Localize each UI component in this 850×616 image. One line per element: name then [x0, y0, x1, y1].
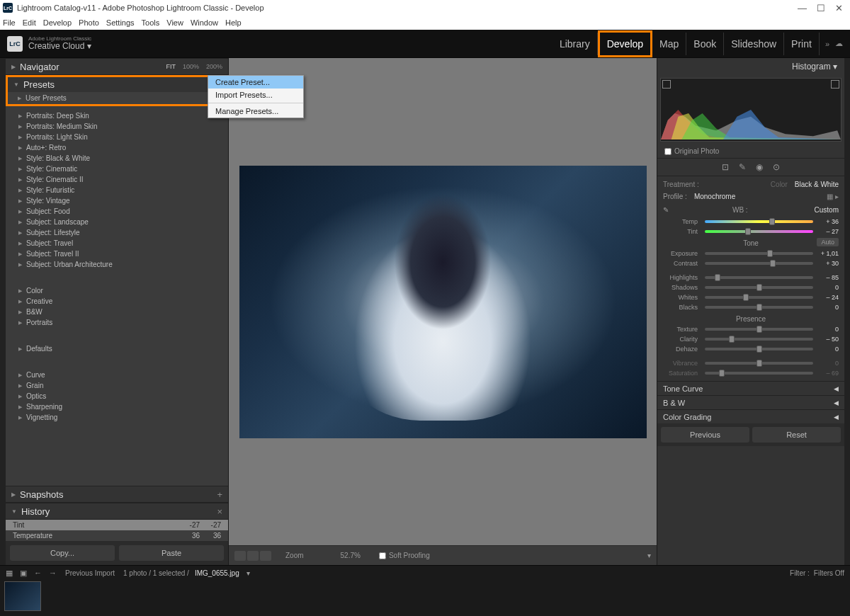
menu-import-presets[interactable]: Import Presets...: [208, 89, 303, 101]
module-book[interactable]: Book: [686, 33, 724, 55]
menu-tools[interactable]: Tools: [142, 18, 160, 27]
slider-vibrance[interactable]: Vibrance0: [663, 358, 839, 368]
menu-photo[interactable]: Photo: [79, 18, 99, 27]
preset-folder[interactable]: ▶Portraits: Light Skin: [6, 132, 228, 142]
module-library[interactable]: Library: [552, 33, 598, 55]
right-grip[interactable]: [844, 58, 850, 565]
filmstrip-thumbnail[interactable]: [4, 581, 41, 611]
preset-folder[interactable]: ▶Vignetting: [6, 412, 228, 423]
nav-forward-icon[interactable]: →: [49, 569, 57, 578]
preset-folder[interactable]: ▶Grain: [6, 380, 228, 391]
preset-folder[interactable]: ▶Subject: Travel: [6, 238, 228, 249]
history-header[interactable]: ▼ History ×: [6, 503, 228, 520]
slider-blacks[interactable]: Blacks0: [663, 302, 839, 312]
nav-fit[interactable]: FIT: [166, 63, 176, 70]
presets-list[interactable]: ▶Portraits: Deep Skin▶Portraits: Medium …: [6, 106, 228, 486]
toolbar-chevron-icon[interactable]: ▾: [647, 552, 651, 559]
photo-preview[interactable]: [239, 166, 647, 438]
copy-button[interactable]: Copy...: [10, 545, 115, 561]
menu-help[interactable]: Help: [225, 18, 242, 27]
slider-texture[interactable]: Texture0: [663, 324, 839, 334]
history-row[interactable]: Temperature3636: [6, 530, 228, 541]
bw-header[interactable]: B & W◀: [657, 395, 844, 409]
preset-folder[interactable]: ▶Portraits: Deep Skin: [6, 110, 228, 121]
source-label[interactable]: Previous Import: [65, 569, 115, 577]
navigator-header[interactable]: ▶ Navigator FIT 100% 200%: [6, 58, 228, 75]
paste-button[interactable]: Paste: [119, 545, 224, 561]
treatment-bw[interactable]: Black & White: [795, 181, 839, 188]
cloud-sync-icon[interactable]: ☁: [835, 39, 843, 48]
heal-tool-icon[interactable]: ✎: [739, 162, 746, 172]
preset-folder[interactable]: ▶Sharpening: [6, 401, 228, 412]
second-window-icon[interactable]: ▣: [20, 569, 27, 578]
menu-manage-presets[interactable]: Manage Presets...: [208, 105, 303, 118]
preset-folder[interactable]: ▶Subject: Travel II: [6, 249, 228, 259]
menu-develop[interactable]: Develop: [43, 18, 72, 27]
preset-folder[interactable]: ▶B&W: [6, 307, 228, 317]
preset-folder[interactable]: ▶Style: Cinematic II: [6, 174, 228, 185]
preset-folder[interactable]: ▶Defaults: [6, 343, 228, 354]
module-slideshow[interactable]: Slideshow: [724, 33, 784, 55]
preset-folder[interactable]: ▶Style: Black & White: [6, 153, 228, 164]
loupe-view-icon[interactable]: [234, 551, 246, 561]
preset-folder[interactable]: ▶Auto+: Retro: [6, 142, 228, 153]
more-modules-icon[interactable]: »: [825, 40, 829, 48]
soft-proofing-checkbox[interactable]: [379, 552, 386, 559]
mask-tool-icon[interactable]: ◉: [756, 162, 763, 172]
slider-clarity[interactable]: Clarity– 50: [663, 334, 839, 344]
redeye-tool-icon[interactable]: ⊙: [773, 162, 780, 172]
preset-folder[interactable]: ▶Style: Cinematic: [6, 164, 228, 174]
snapshots-header[interactable]: ▶ Snapshots +: [6, 486, 228, 503]
reference-view-icon[interactable]: [260, 551, 271, 561]
preset-folder[interactable]: ▶Portraits: [6, 317, 228, 328]
minimize-button[interactable]: —: [798, 3, 807, 13]
soft-proofing-toggle[interactable]: Soft Proofing: [379, 552, 430, 559]
breadcrumb-chevron-icon[interactable]: ▾: [246, 569, 250, 577]
preset-folder[interactable]: ▶Style: Vintage: [6, 195, 228, 206]
preset-folder[interactable]: ▶Subject: Landscape: [6, 217, 228, 227]
presets-header[interactable]: ▼ Presets +: [6, 75, 228, 92]
color-grading-header[interactable]: Color Grading◀: [657, 409, 844, 423]
preset-folder[interactable]: ▶Style: Futuristic: [6, 185, 228, 195]
auto-button[interactable]: Auto: [817, 238, 839, 246]
slider-exposure[interactable]: Exposure+ 1,01: [663, 249, 839, 258]
slider-dehaze[interactable]: Dehaze0: [663, 344, 839, 354]
preset-folder[interactable]: ▶Portraits: Medium Skin: [6, 121, 228, 132]
slider-whites[interactable]: Whites– 24: [663, 292, 839, 302]
crop-tool-icon[interactable]: ⊡: [722, 162, 729, 172]
menu-window[interactable]: Window: [191, 18, 218, 27]
reset-button[interactable]: Reset: [752, 427, 841, 443]
original-photo-checkbox[interactable]: [664, 148, 672, 155]
histogram-header[interactable]: Histogram ▾: [657, 58, 844, 75]
preset-folder[interactable]: ▶Creative: [6, 296, 228, 307]
close-button[interactable]: ✕: [835, 3, 843, 13]
slider-shadows[interactable]: Shadows0: [663, 283, 839, 292]
slider-saturation[interactable]: Saturation– 69: [663, 368, 839, 378]
menu-settings[interactable]: Settings: [106, 18, 135, 27]
profile-value[interactable]: Monochrome: [694, 193, 735, 200]
module-print[interactable]: Print: [784, 33, 820, 55]
wb-value[interactable]: Custom: [815, 206, 839, 214]
grid-view-icon[interactable]: ▦: [6, 569, 13, 578]
menu-view[interactable]: View: [166, 18, 183, 27]
nav-200[interactable]: 200%: [206, 63, 222, 70]
add-snapshot-icon[interactable]: +: [217, 489, 222, 500]
history-row[interactable]: Tint-27-27: [6, 520, 228, 530]
clear-history-icon[interactable]: ×: [217, 506, 222, 517]
left-grip[interactable]: [0, 58, 6, 565]
filter-value[interactable]: Filters Off: [814, 569, 844, 577]
slider-highlights[interactable]: Highlights– 85: [663, 273, 839, 283]
preset-folder[interactable]: ▶Color: [6, 285, 228, 296]
histogram-chart[interactable]: [660, 78, 842, 142]
preset-folder[interactable]: ▶Subject: Urban Architecture: [6, 259, 228, 270]
product-title[interactable]: Creative Cloud ▾: [28, 42, 91, 51]
user-presets-header[interactable]: ▶ User Presets: [6, 92, 228, 106]
tone-curve-header[interactable]: Tone Curve◀: [657, 381, 844, 395]
eyedropper-icon[interactable]: ✎: [663, 206, 669, 214]
nav-100[interactable]: 100%: [183, 63, 199, 70]
preset-folder[interactable]: ▶Optics: [6, 391, 228, 401]
nav-back-icon[interactable]: ←: [34, 569, 42, 578]
slider-contrast[interactable]: Contrast+ 30: [663, 258, 839, 268]
slider-tint[interactable]: Tint– 27: [663, 227, 839, 236]
preset-folder[interactable]: ▶Subject: Lifestyle: [6, 227, 228, 238]
